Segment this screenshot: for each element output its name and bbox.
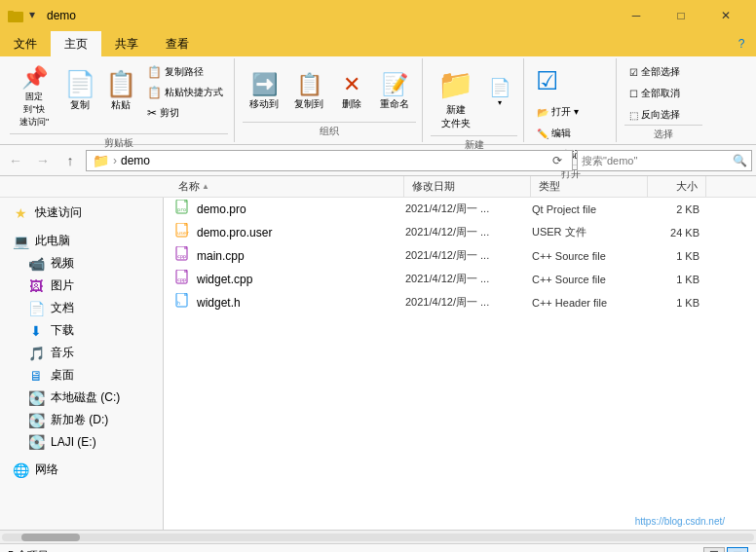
ribbon-group-clipboard: 📌 固定到"快速访问" 📄 复制 📋 粘贴 📋 复制路径 <box>4 58 235 142</box>
newitem-button[interactable]: 📄 ▾ <box>482 62 517 121</box>
copyto-button[interactable]: 📋 复制到 <box>287 62 330 121</box>
column-headers: 名称 ▲ 修改日期 类型 大小 <box>0 176 756 198</box>
copy-button[interactable]: 📄 复制 <box>60 62 99 121</box>
tab-view[interactable]: 查看 <box>152 31 203 56</box>
scroll-thumb[interactable] <box>21 534 80 541</box>
main-area: ★ 快速访问 💻 此电脑 📹 视频 🖼 图片 📄 文档 ⬇ 下载 🎵 音乐 <box>0 198 756 530</box>
cut-button[interactable]: ✂ 剪切 <box>142 103 228 123</box>
title-quick-access-btn[interactable]: ▾ <box>29 8 35 23</box>
back-button[interactable]: ← <box>4 149 27 172</box>
search-icon: 🔍 <box>733 154 747 167</box>
tab-share[interactable]: 共享 <box>101 31 152 56</box>
sidebar-item-pictures[interactable]: 🖼 图片 <box>0 275 163 297</box>
address-input[interactable]: 📁 › demo ⟳ <box>86 150 573 171</box>
ribbon-group-select: ☑ 全部选择 ☐ 全部取消 ⬚ 反向选择 选择 <box>619 58 708 142</box>
selectall-button[interactable]: ☑ 全部选择 <box>624 62 702 82</box>
col-header-date[interactable]: 修改日期 <box>404 176 531 197</box>
up-button[interactable]: ↑ <box>58 149 82 172</box>
minimize-button[interactable]: ─ <box>614 0 659 31</box>
ribbon-content: 📌 固定到"快速访问" 📄 复制 📋 粘贴 📋 复制路径 <box>0 56 756 144</box>
ribbon: 文件 主页 共享 查看 ? 📌 固定到"快速访问" 📄 复制 📋 粘贴 <box>0 31 756 145</box>
paste-button[interactable]: 📋 粘贴 <box>101 62 140 121</box>
star-icon: ★ <box>12 205 29 221</box>
file-name: main.cpp <box>197 249 245 263</box>
pasteshortcut-button[interactable]: 📋 粘贴快捷方式 <box>142 83 228 102</box>
forward-button[interactable]: → <box>31 149 55 172</box>
edit-button[interactable]: ✏️ 编辑 <box>532 124 610 143</box>
sidebar-item-music[interactable]: 🎵 音乐 <box>0 342 163 364</box>
file-name-cell: h widget.h <box>171 293 405 312</box>
table-row[interactable]: pro demo.pro 2021/4/12/周一 ... Qt Project… <box>164 198 756 221</box>
details-view-button[interactable]: ▤ <box>727 547 748 553</box>
invertselect-button[interactable]: ⬚ 反向选择 <box>624 105 702 125</box>
item-count: 5 个项目 <box>8 548 49 552</box>
file-type-cell: C++ Source file <box>532 250 649 262</box>
sidebar-item-thispc[interactable]: 💻 此电脑 <box>0 230 163 252</box>
svg-rect-6 <box>184 223 187 226</box>
video-icon: 📹 <box>27 256 45 272</box>
network-icon: 🌐 <box>12 462 29 478</box>
file-type-cell: USER 文件 <box>532 225 649 239</box>
col-header-size[interactable]: 大小 <box>648 176 706 197</box>
col-header-name[interactable]: 名称 ▲ <box>170 176 404 197</box>
file-size-cell: 1 KB <box>649 274 707 285</box>
ribbon-group-new: 📁 新建文件夹 📄 ▾ 新建 <box>425 58 524 142</box>
horizontal-scrollbar[interactable] <box>0 530 756 543</box>
moveto-button[interactable]: ➡️ 移动到 <box>243 62 285 121</box>
sidebar-label-docs: 文档 <box>51 300 74 316</box>
search-box[interactable]: 🔍 <box>577 150 752 171</box>
help-icon[interactable]: ? <box>727 31 756 56</box>
sidebar-item-network[interactable]: 🌐 网络 <box>0 459 163 481</box>
moveto-icon: ➡️ <box>251 72 278 97</box>
copy-icon: 📄 <box>64 71 95 96</box>
table-row[interactable]: cpp widget.cpp 2021/4/12/周一 ... C++ Sour… <box>164 268 756 291</box>
sidebar-item-desktop[interactable]: 🖥 桌面 <box>0 364 163 386</box>
sidebar-item-cdrive[interactable]: 💽 本地磁盘 (C:) <box>0 386 163 409</box>
sidebar-item-downloads[interactable]: ⬇ 下载 <box>0 319 163 342</box>
svg-rect-9 <box>184 246 187 249</box>
newitem-dropdown-icon: ▾ <box>498 98 502 107</box>
file-name-cell: pro demo.pro <box>171 200 405 218</box>
search-input[interactable] <box>582 155 733 166</box>
table-row[interactable]: user demo.pro.user 2021/4/12/周一 ... USER… <box>164 221 756 244</box>
maximize-button[interactable]: □ <box>659 0 703 31</box>
svg-text:user: user <box>177 230 189 236</box>
file-type-cell: C++ Header file <box>532 297 649 309</box>
sidebar-item-video[interactable]: 📹 视频 <box>0 252 163 275</box>
svg-text:pro: pro <box>177 206 186 213</box>
newfolder-button[interactable]: 📁 新建文件夹 <box>431 62 480 135</box>
edit-icon: ✏️ <box>537 129 548 139</box>
sidebar-item-edrive[interactable]: 💽 LAJI (E:) <box>0 431 163 453</box>
address-separator: › <box>113 154 117 167</box>
col-header-type[interactable]: 类型 <box>531 176 648 197</box>
sidebar-item-docs[interactable]: 📄 文档 <box>0 297 163 319</box>
list-view-button[interactable]: ☰ <box>703 547 725 553</box>
address-folder-icon: 📁 <box>93 153 109 168</box>
close-button[interactable]: ✕ <box>703 0 748 31</box>
delete-button[interactable]: ✕ 删除 <box>332 62 371 121</box>
download-icon: ⬇ <box>27 323 45 339</box>
sidebar-item-ddrive[interactable]: 💽 新加卷 (D:) <box>0 409 163 431</box>
title-folder-icon <box>8 8 23 23</box>
selectnone-button[interactable]: ☐ 全部取消 <box>624 84 702 103</box>
rename-button[interactable]: 📝 重命名 <box>373 62 416 121</box>
tab-home[interactable]: 主页 <box>51 31 101 56</box>
file-icon: user <box>175 223 191 241</box>
table-row[interactable]: cpp main.cpp 2021/4/12/周一 ... C++ Source… <box>164 244 756 268</box>
properties-icon: ☑ <box>532 62 562 100</box>
table-row[interactable]: h widget.h 2021/4/12/周一 ... C++ Header f… <box>164 291 756 314</box>
sidebar-label-thispc: 此电脑 <box>35 233 70 249</box>
ribbon-tabs: 文件 主页 共享 查看 ? <box>0 31 756 56</box>
copypath-button[interactable]: 📋 复制路径 <box>142 62 228 82</box>
paste-icon: 📋 <box>105 71 136 96</box>
sidebar-item-quickaccess[interactable]: ★ 快速访问 <box>0 202 163 224</box>
sidebar-label-video: 视频 <box>51 255 74 272</box>
tab-file[interactable]: 文件 <box>0 31 51 56</box>
cut-icon: ✂ <box>147 106 157 120</box>
file-date-cell: 2021/4/12/周一 ... <box>405 248 532 263</box>
refresh-button[interactable]: ⟳ <box>548 154 566 167</box>
desktop-icon: 🖥 <box>27 368 45 384</box>
openfile-button[interactable]: 📂 打开 ▾ <box>532 102 610 122</box>
pin-button[interactable]: 📌 固定到"快速访问" <box>10 62 58 133</box>
doc-icon: 📄 <box>27 301 45 316</box>
